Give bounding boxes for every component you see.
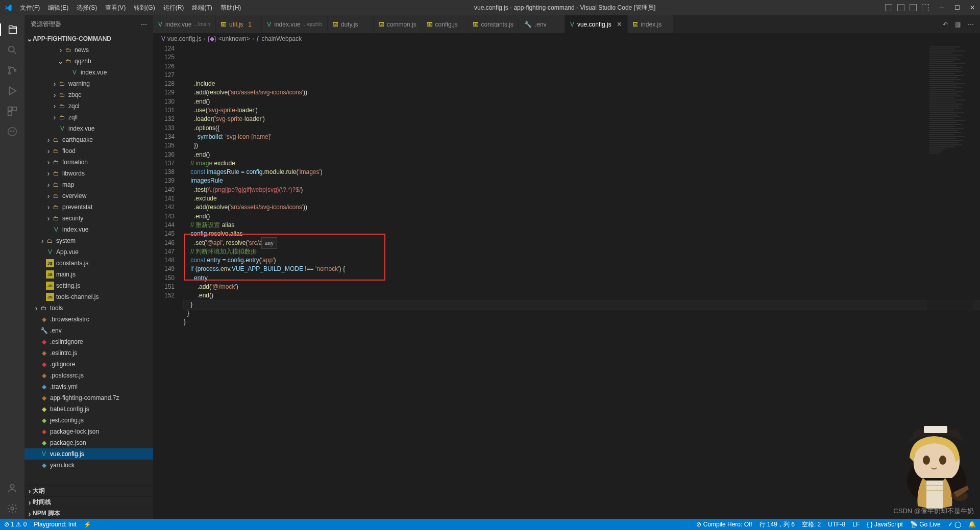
tree-item[interactable]: JSmain.js <box>24 269 153 280</box>
tree-item[interactable]: ›🗀security <box>24 213 153 224</box>
explorer-section-header[interactable]: ⌄ APP-FIGHTING-COMMAND <box>24 33 153 44</box>
toggle-panel-left-icon[interactable] <box>885 4 892 11</box>
menu-terminal[interactable]: 终端(T) <box>188 2 215 14</box>
breadcrumb-symbol-2[interactable]: chainWebpack <box>261 35 302 42</box>
editor-tab[interactable]: Vvue.config.js✕ <box>565 15 628 33</box>
menu-help[interactable]: 帮助(H) <box>217 2 245 14</box>
editor-tab[interactable]: JSutil.js1 <box>216 15 262 33</box>
svg-rect-37 <box>929 97 954 98</box>
status-cursor-position[interactable]: 行 149，列 6 <box>760 520 795 529</box>
editor-tab[interactable]: JSconfig.js <box>422 15 468 33</box>
editor-tab[interactable]: JScommon.js <box>374 15 422 33</box>
timeline-section[interactable]: ›时间线 <box>24 496 153 508</box>
menu-edit[interactable]: 编辑(E) <box>44 2 72 14</box>
tree-item[interactable]: ◆package-lock.json <box>24 426 153 437</box>
file-tree[interactable]: ›🗀news⌄🗀qqzhbVindex.vue›🗀warning›🗀zbqc›🗀… <box>24 44 153 485</box>
tree-item[interactable]: ◆.eslintignore <box>24 336 153 347</box>
toggle-panel-bottom-icon[interactable] <box>897 4 904 11</box>
status-language[interactable]: { } JavaScript <box>867 521 903 528</box>
tree-item[interactable]: ◆app-fighting-command.7z <box>24 392 153 403</box>
tree-item[interactable]: ›🗀news <box>24 44 153 56</box>
tree-item[interactable]: ◆.browserslistrc <box>24 314 153 325</box>
customize-layout-icon[interactable] <box>922 4 929 11</box>
editor-tab[interactable]: JSconstants.js <box>468 15 519 33</box>
explorer-more-icon[interactable]: ⋯ <box>141 21 147 28</box>
source-control-icon[interactable] <box>6 64 18 77</box>
tree-item[interactable]: ›🗀overview <box>24 190 153 201</box>
close-icon[interactable]: ✕ <box>969 4 976 11</box>
copilot-icon[interactable] <box>6 125 18 138</box>
menu-file[interactable]: 文件(F) <box>16 2 43 14</box>
explorer-icon[interactable] <box>0 23 24 36</box>
status-lightning-icon[interactable]: ⚡ <box>84 521 91 528</box>
code-content[interactable]: .include .add(resolve('src/assets/svg-ic… <box>184 44 980 519</box>
npm-scripts-section[interactable]: ›NPM 脚本 <box>24 508 153 519</box>
tree-item[interactable]: ◆package.json <box>24 437 153 448</box>
toggle-panel-right-icon[interactable] <box>910 4 917 11</box>
tree-item[interactable]: ›🗀earthquake <box>24 134 153 145</box>
tree-item[interactable]: ◆.travis.yml <box>24 381 153 392</box>
code-editor[interactable]: 1241251261271281291301311321331341351361… <box>153 44 980 519</box>
tree-item[interactable]: VApp.vue <box>24 246 153 258</box>
tree-item[interactable]: ◆jest.config.js <box>24 415 153 426</box>
go-back-icon[interactable]: ↶ <box>943 21 948 28</box>
tree-item[interactable]: ›🗀warning <box>24 78 153 89</box>
tree-item[interactable]: 🔧.env <box>24 325 153 336</box>
status-problems[interactable]: ⊘ 1 ⚠ 0 <box>4 521 27 528</box>
split-editor-icon[interactable]: ▥ <box>955 21 961 28</box>
menu-go[interactable]: 转到(G) <box>130 2 158 14</box>
tree-item[interactable]: JStools-channel.js <box>24 291 153 302</box>
tree-item[interactable]: ›🗀tools <box>24 302 153 314</box>
tree-item[interactable]: ◆yarn.lock <box>24 460 153 471</box>
status-notifications-icon[interactable]: 🔔 <box>968 521 976 528</box>
tree-item[interactable]: JSconstants.js <box>24 258 153 269</box>
tree-item[interactable]: ›🗀system <box>24 235 153 246</box>
tree-item[interactable]: ›🗀zqll <box>24 112 153 123</box>
tree-item[interactable]: ›🗀zbqc <box>24 89 153 100</box>
tree-item[interactable]: ◆.postcssrc.js <box>24 370 153 381</box>
tree-item[interactable]: ›🗀formation <box>24 157 153 168</box>
accounts-icon[interactable] <box>6 482 18 494</box>
maximize-icon[interactable]: ☐ <box>953 4 961 11</box>
tree-item[interactable]: ⌄🗀qqzhb <box>24 56 153 67</box>
status-go-live[interactable]: 📡 Go Live <box>910 521 941 528</box>
editor-tab[interactable]: JSduty.js <box>328 15 374 33</box>
minimap[interactable] <box>927 44 973 519</box>
status-playground[interactable]: Playground: Init <box>34 521 76 528</box>
tree-item[interactable]: JSsetting.js <box>24 280 153 291</box>
status-indentation[interactable]: 空格: 2 <box>802 520 821 529</box>
breadcrumb-symbol-1[interactable]: <unknown> <box>218 35 250 42</box>
tree-item[interactable]: ›🗀libwords <box>24 168 153 179</box>
status-eol[interactable]: LF <box>852 521 860 528</box>
tree-item[interactable]: Vindex.vue <box>24 123 153 134</box>
breadcrumb-file[interactable]: vue.config.js <box>167 35 202 42</box>
editor-tab[interactable]: Vindex.vue...\qqzhb <box>262 15 328 33</box>
status-encoding[interactable]: UTF-8 <box>828 521 845 528</box>
editor-tab[interactable]: JSindex.js <box>628 15 674 33</box>
status-prettier[interactable]: ✓ ◯ <box>948 521 961 528</box>
tree-item[interactable]: Vvue.config.js <box>24 448 153 460</box>
editor-tab[interactable]: Vindex.vue...\main <box>153 15 216 33</box>
tree-item[interactable]: ◆.gitignore <box>24 359 153 370</box>
search-icon[interactable] <box>6 44 18 56</box>
tree-item[interactable]: Vindex.vue <box>24 67 153 78</box>
menu-view[interactable]: 查看(V) <box>102 2 129 14</box>
settings-gear-icon[interactable] <box>6 502 18 515</box>
status-compile-hero[interactable]: ⊘ Compile Hero: Off <box>696 521 752 528</box>
minimize-icon[interactable]: ─ <box>938 4 945 11</box>
tree-item[interactable]: ◆.eslintrc.js <box>24 347 153 359</box>
extensions-icon[interactable] <box>6 105 18 117</box>
tree-item[interactable]: ›🗀zqcl <box>24 100 153 112</box>
tree-item[interactable]: Vindex.vue <box>24 224 153 235</box>
menu-run[interactable]: 运行(R) <box>160 2 188 14</box>
editor-tab[interactable]: 🔧.env <box>519 15 565 33</box>
breadcrumb[interactable]: V vue.config.js › {◆} <unknown> › ƒ chai… <box>153 33 980 44</box>
outline-section[interactable]: ›大纲 <box>24 485 153 496</box>
tree-item[interactable]: ›🗀map <box>24 179 153 190</box>
more-actions-icon[interactable]: ⋯ <box>968 21 974 28</box>
tree-item[interactable]: ›🗀flood <box>24 145 153 157</box>
menu-selection[interactable]: 选择(S) <box>73 2 101 14</box>
tree-item[interactable]: ›🗀preventstat <box>24 201 153 213</box>
tree-item[interactable]: ◆babel.config.js <box>24 403 153 415</box>
run-debug-icon[interactable] <box>6 85 18 97</box>
